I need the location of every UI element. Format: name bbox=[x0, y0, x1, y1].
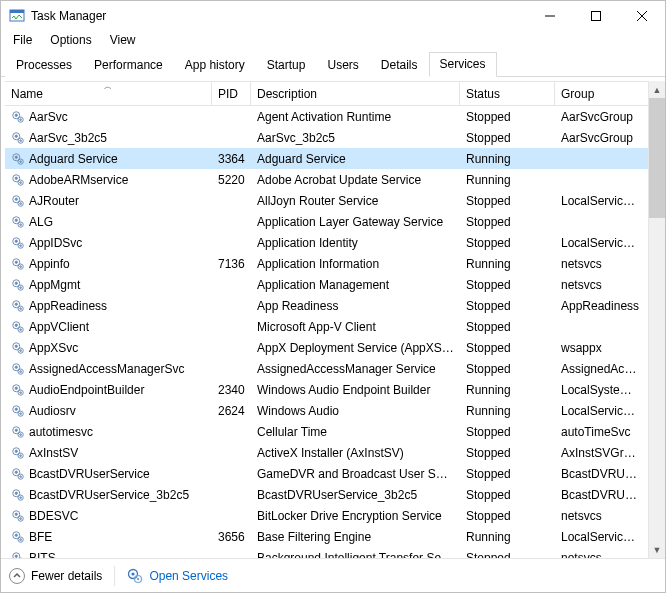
service-name-label: BITS bbox=[29, 551, 56, 559]
service-name-label: Appinfo bbox=[29, 257, 70, 271]
table-row[interactable]: BcastDVRUserServiceGameDVR and Broadcast… bbox=[5, 463, 648, 484]
scroll-track[interactable] bbox=[649, 218, 665, 541]
tab-processes[interactable]: Processes bbox=[5, 53, 83, 77]
table-row[interactable]: BDESVCBitLocker Drive Encryption Service… bbox=[5, 505, 648, 526]
cell-pid: 3656 bbox=[212, 530, 251, 544]
service-name-label: Audiosrv bbox=[29, 404, 76, 418]
table-row[interactable]: BcastDVRUserService_3b2c5BcastDVRUserSer… bbox=[5, 484, 648, 505]
service-name-label: AudioEndpointBuilder bbox=[29, 383, 144, 397]
service-name-label: autotimesvc bbox=[29, 425, 93, 439]
table-row[interactable]: AppVClientMicrosoft App-V ClientStopped bbox=[5, 316, 648, 337]
svg-point-57 bbox=[20, 370, 22, 372]
cell-status: Stopped bbox=[460, 194, 555, 208]
menu-options[interactable]: Options bbox=[42, 31, 99, 49]
tab-startup[interactable]: Startup bbox=[256, 53, 317, 77]
service-name-label: AppXSvc bbox=[29, 341, 78, 355]
table-row[interactable]: AdobeARMservice5220Adobe Acrobat Update … bbox=[5, 169, 648, 190]
table-row[interactable]: AppReadinessApp ReadinessStoppedAppReadi… bbox=[5, 295, 648, 316]
table-row[interactable]: AarSvc_3b2c5AarSvc_3b2c5StoppedAarSvcGro… bbox=[5, 127, 648, 148]
service-name-label: AJRouter bbox=[29, 194, 79, 208]
cell-group: netsvcs bbox=[555, 278, 647, 292]
footer-separator bbox=[114, 566, 115, 586]
cell-name: AppMgmt bbox=[5, 278, 212, 292]
table-row[interactable]: AudioEndpointBuilder2340Windows Audio En… bbox=[5, 379, 648, 400]
cell-description: AppX Deployment Service (AppXSVC) bbox=[251, 341, 460, 355]
cell-status: Stopped bbox=[460, 362, 555, 376]
vertical-scrollbar[interactable]: ▲ ▼ bbox=[648, 81, 665, 558]
service-name-label: Adguard Service bbox=[29, 152, 118, 166]
tab-performance[interactable]: Performance bbox=[83, 53, 174, 77]
svg-point-45 bbox=[20, 307, 22, 309]
minimize-button[interactable] bbox=[527, 1, 573, 31]
column-header-pid[interactable]: PID bbox=[212, 82, 251, 105]
table-row[interactable]: Appinfo7136Application InformationRunnin… bbox=[5, 253, 648, 274]
column-header-status[interactable]: Status bbox=[460, 82, 555, 105]
scroll-up-button[interactable]: ▲ bbox=[649, 81, 665, 98]
service-gear-icon bbox=[11, 320, 25, 334]
maximize-button[interactable] bbox=[573, 1, 619, 31]
services-gear-icon bbox=[127, 568, 143, 584]
table-row[interactable]: Audiosrv2624Windows AudioRunningLocalSer… bbox=[5, 400, 648, 421]
menubar: File Options View bbox=[1, 31, 665, 51]
svg-point-71 bbox=[15, 450, 17, 452]
svg-point-79 bbox=[15, 492, 17, 494]
svg-point-89 bbox=[20, 538, 22, 540]
service-name-label: BDESVC bbox=[29, 509, 78, 523]
scroll-thumb[interactable] bbox=[649, 98, 665, 218]
close-button[interactable] bbox=[619, 1, 665, 31]
table-row[interactable]: AppMgmtApplication ManagementStoppednets… bbox=[5, 274, 648, 295]
table-row[interactable]: AJRouterAllJoyn Router ServiceStoppedLoc… bbox=[5, 190, 648, 211]
fewer-details-button[interactable]: Fewer details bbox=[9, 568, 102, 584]
service-gear-icon bbox=[11, 131, 25, 145]
table-row[interactable]: BITSBackground Intelligent Transfer Serv… bbox=[5, 547, 648, 558]
table-row[interactable]: AxInstSVActiveX Installer (AxInstSV)Stop… bbox=[5, 442, 648, 463]
column-header-description[interactable]: Description bbox=[251, 82, 460, 105]
menu-view[interactable]: View bbox=[102, 31, 144, 49]
svg-point-35 bbox=[15, 261, 17, 263]
column-header-name[interactable]: Name ︿ bbox=[5, 82, 212, 105]
svg-point-59 bbox=[15, 387, 17, 389]
table-row[interactable]: AssignedAccessManagerSvcAssignedAccessMa… bbox=[5, 358, 648, 379]
cell-status: Running bbox=[460, 173, 555, 187]
table-row[interactable]: ALGApplication Layer Gateway ServiceStop… bbox=[5, 211, 648, 232]
cell-name: AxInstSV bbox=[5, 446, 212, 460]
fewer-details-label: Fewer details bbox=[31, 569, 102, 583]
cell-group: autoTimeSvc bbox=[555, 425, 647, 439]
tab-details[interactable]: Details bbox=[370, 53, 429, 77]
cell-status: Stopped bbox=[460, 236, 555, 250]
svg-point-15 bbox=[15, 156, 17, 158]
cell-status: Stopped bbox=[460, 299, 555, 313]
cell-status: Stopped bbox=[460, 215, 555, 229]
services-grid: Name ︿ PID Description Status Group AarS… bbox=[5, 81, 648, 558]
scroll-down-button[interactable]: ▼ bbox=[649, 541, 665, 558]
table-row[interactable]: Adguard Service3364Adguard ServiceRunnin… bbox=[5, 148, 648, 169]
table-row[interactable]: AppIDSvcApplication IdentityStoppedLocal… bbox=[5, 232, 648, 253]
cell-group: netsvcs bbox=[555, 257, 647, 271]
tab-users[interactable]: Users bbox=[316, 53, 369, 77]
svg-point-101 bbox=[137, 577, 139, 579]
menu-file[interactable]: File bbox=[5, 31, 40, 49]
cell-name: BITS bbox=[5, 551, 212, 559]
cell-status: Stopped bbox=[460, 425, 555, 439]
table-row[interactable]: AarSvcAgent Activation RuntimeStoppedAar… bbox=[5, 106, 648, 127]
column-header-row: Name ︿ PID Description Status Group bbox=[5, 82, 648, 106]
cell-group: wsappx bbox=[555, 341, 647, 355]
svg-point-9 bbox=[20, 118, 22, 120]
titlebar[interactable]: Task Manager bbox=[1, 1, 665, 31]
tab-services[interactable]: Services bbox=[429, 52, 497, 77]
open-services-link[interactable]: Open Services bbox=[127, 568, 228, 584]
cell-name: AudioEndpointBuilder bbox=[5, 383, 212, 397]
cell-description: AllJoyn Router Service bbox=[251, 194, 460, 208]
cell-name: BFE bbox=[5, 530, 212, 544]
service-name-label: BcastDVRUserService_3b2c5 bbox=[29, 488, 189, 502]
table-row[interactable]: AppXSvcAppX Deployment Service (AppXSVC)… bbox=[5, 337, 648, 358]
table-row[interactable]: autotimesvcCellular TimeStoppedautoTimeS… bbox=[5, 421, 648, 442]
svg-point-63 bbox=[15, 408, 17, 410]
cell-name: AppIDSvc bbox=[5, 236, 212, 250]
tab-app-history[interactable]: App history bbox=[174, 53, 256, 77]
table-row[interactable]: BFE3656Base Filtering EngineRunningLocal… bbox=[5, 526, 648, 547]
column-header-group[interactable]: Group bbox=[555, 82, 647, 105]
cell-status: Stopped bbox=[460, 509, 555, 523]
cell-pid: 2624 bbox=[212, 404, 251, 418]
cell-group: netsvcs bbox=[555, 551, 647, 559]
